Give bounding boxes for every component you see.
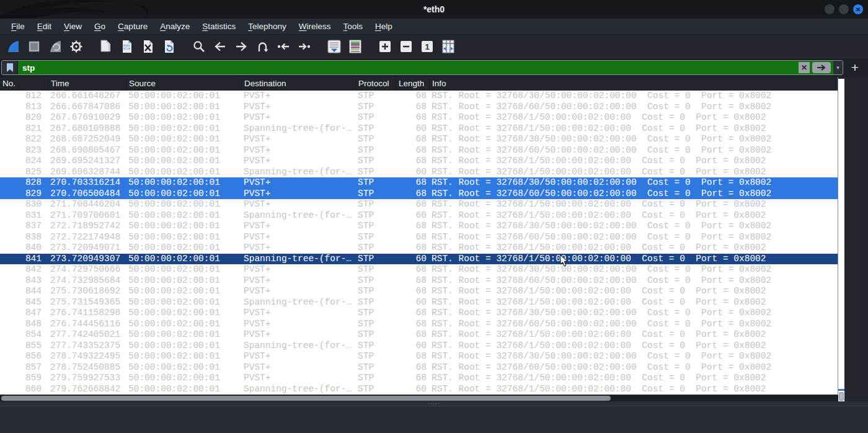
- cell-no: 829: [0, 189, 48, 200]
- packet-row-838[interactable]: 838272.72217494850:00:00:02:00:01PVST+ST…: [0, 232, 838, 243]
- go-forward-icon: [234, 39, 249, 54]
- svg-text:1: 1: [425, 42, 429, 51]
- menu-help[interactable]: Help: [369, 19, 399, 35]
- cell-dst: PVST+: [241, 91, 355, 102]
- packet-row-854[interactable]: 854277.74240502150:00:00:02:00:01PVST+ST…: [0, 329, 838, 341]
- cell-dst: PVST+: [241, 221, 355, 232]
- add-filter-button[interactable]: +: [847, 60, 863, 76]
- go-to-packet-button[interactable]: [253, 37, 272, 56]
- packet-row-825[interactable]: 825269.69632874450:00:00:02:00:01Spannin…: [0, 167, 838, 178]
- minimize-button[interactable]: [825, 4, 835, 14]
- packet-row-859[interactable]: 859279.75992753350:00:00:02:00:01PVST+ST…: [0, 373, 838, 384]
- vertical-scrollbar[interactable]: [838, 79, 844, 401]
- cell-dst: Spanning-tree-(for-…: [241, 210, 355, 221]
- packet-row-860[interactable]: 860279.76266884250:00:00:02:00:01Spannin…: [0, 384, 838, 395]
- open-file-button[interactable]: [97, 37, 115, 56]
- filter-bookmark-button[interactable]: [2, 61, 18, 74]
- zoom-in-button[interactable]: [376, 37, 394, 56]
- save-file-button[interactable]: 01010110: [118, 37, 136, 56]
- packet-row-823[interactable]: 823268.69080546750:00:00:02:00:01PVST+ST…: [0, 145, 838, 156]
- packet-row-856[interactable]: 856278.74932249550:00:00:02:00:01PVST+ST…: [0, 351, 838, 362]
- cell-info: RST. Root = 32768/30/50:00:00:02:00:00 C…: [429, 91, 838, 102]
- maximize-button[interactable]: [839, 4, 849, 14]
- resize-columns-button[interactable]: [439, 37, 458, 56]
- close-button[interactable]: ✕: [853, 4, 863, 14]
- column-header-length[interactable]: Length: [396, 77, 429, 91]
- menu-tools[interactable]: Tools: [337, 19, 370, 35]
- packet-row-855[interactable]: 855277.74335237550:00:00:02:00:01Spannin…: [0, 341, 838, 352]
- menu-view[interactable]: View: [58, 19, 88, 35]
- packet-row-842[interactable]: 842274.72975066650:00:00:02:00:01PVST+ST…: [0, 264, 838, 275]
- cell-info: RST. Root = 32768/1/50:00:00:02:00:00 Co…: [429, 243, 838, 254]
- column-header-info[interactable]: Info: [429, 77, 838, 91]
- column-header-source[interactable]: Source: [126, 77, 241, 91]
- find-packet-button[interactable]: [190, 37, 208, 56]
- column-header-time[interactable]: Time: [48, 77, 126, 91]
- cell-len: 68: [396, 221, 429, 232]
- menu-go[interactable]: Go: [88, 19, 112, 35]
- display-filter-input[interactable]: stp: [18, 61, 799, 74]
- column-header-no[interactable]: No.: [0, 77, 48, 91]
- zoom-out-button[interactable]: [397, 37, 415, 56]
- packet-row-829[interactable]: 829270.70650048450:00:00:02:00:01PVST+ST…: [0, 189, 838, 200]
- packet-row-845[interactable]: 845275.73154936550:00:00:02:00:01Spannin…: [0, 297, 838, 308]
- cell-len: 68: [396, 156, 429, 167]
- menu-statistics[interactable]: Statistics: [196, 19, 242, 35]
- stop-capture-button[interactable]: [25, 37, 43, 56]
- menu-capture[interactable]: Capture: [112, 19, 154, 35]
- filter-dropdown-button[interactable]: ▾: [833, 61, 843, 74]
- restart-capture-button[interactable]: [46, 37, 64, 56]
- cell-time: 275.730618692: [48, 286, 126, 297]
- packet-row-843[interactable]: 843274.73298568450:00:00:02:00:01PVST+ST…: [0, 275, 838, 287]
- go-first-button[interactable]: [274, 37, 293, 56]
- capture-options-button[interactable]: [67, 37, 86, 56]
- menu-file[interactable]: File: [5, 19, 31, 35]
- menu-wireless[interactable]: Wireless: [293, 19, 337, 35]
- colorize-button[interactable]: [346, 37, 365, 56]
- go-last-button[interactable]: [295, 37, 314, 56]
- go-forward-button[interactable]: [232, 37, 250, 56]
- horizontal-scrollbar-thumb[interactable]: [1, 396, 611, 401]
- reload-file-button[interactable]: [160, 37, 179, 56]
- cell-time: 277.742405021: [48, 329, 126, 341]
- packet-row-847[interactable]: 847276.74115829850:00:00:02:00:01PVST+ST…: [0, 308, 838, 319]
- column-header-destination[interactable]: Destination: [241, 77, 355, 91]
- cell-len: 68: [396, 319, 429, 330]
- menu-edit[interactable]: Edit: [31, 19, 58, 35]
- save-file-icon: 01010110: [120, 39, 135, 54]
- packet-row-831[interactable]: 831271.70970060150:00:00:02:00:01Spannin…: [0, 210, 838, 221]
- packet-row-841[interactable]: 841273.72094930750:00:00:02:00:01Spannin…: [0, 254, 838, 265]
- cell-time: 272.718952742: [48, 221, 126, 232]
- packet-row-820[interactable]: 820267.67691002950:00:00:02:00:01PVST+ST…: [0, 112, 838, 123]
- start-capture-button[interactable]: [4, 37, 22, 56]
- cell-len: 68: [396, 112, 429, 123]
- auto-scroll-button[interactable]: [325, 37, 343, 56]
- packet-row-813[interactable]: 813266.66784708650:00:00:02:00:01PVST+ST…: [0, 102, 838, 113]
- packet-row-857[interactable]: 857278.75245088550:00:00:02:00:01PVST+ST…: [0, 362, 838, 373]
- close-file-button[interactable]: [139, 37, 157, 56]
- packet-row-824[interactable]: 824269.69524132750:00:00:02:00:01PVST+ST…: [0, 156, 838, 167]
- vertical-scrollbar-thumb[interactable]: [839, 392, 844, 401]
- packet-row-837[interactable]: 837272.71895274250:00:00:02:00:01PVST+ST…: [0, 221, 838, 232]
- cell-no: 823: [0, 145, 48, 156]
- clear-filter-button[interactable]: ✕: [799, 62, 810, 73]
- column-header-protocol[interactable]: Protocol: [355, 77, 396, 91]
- packet-row-840[interactable]: 840273.72094907150:00:00:02:00:01PVST+ST…: [0, 243, 838, 254]
- cell-src: 50:00:00:02:00:01: [126, 243, 241, 254]
- packet-row-822[interactable]: 822268.68725204950:00:00:02:00:01PVST+ST…: [0, 134, 838, 145]
- packet-row-848[interactable]: 848276.74445611650:00:00:02:00:01PVST+ST…: [0, 319, 838, 330]
- go-back-button[interactable]: [211, 37, 229, 56]
- packet-row-821[interactable]: 821267.68010988850:00:00:02:00:01Spannin…: [0, 123, 838, 135]
- packet-row-828[interactable]: 828270.70331621450:00:00:02:00:01PVST+ST…: [0, 177, 838, 189]
- zoom-normal-button[interactable]: 1: [418, 37, 436, 56]
- cell-proto: STP: [355, 254, 396, 265]
- menu-analyze[interactable]: Analyze: [154, 19, 196, 35]
- packet-row-812[interactable]: 812266.66164826750:00:00:02:00:01PVST+ST…: [0, 91, 838, 102]
- menu-telephony[interactable]: Telephony: [242, 19, 293, 35]
- horizontal-scrollbar[interactable]: [0, 395, 838, 401]
- packet-row-830[interactable]: 830271.70844620450:00:00:02:00:01PVST+ST…: [0, 199, 838, 210]
- pane-splitter[interactable]: ·····: [0, 401, 868, 406]
- apply-filter-button[interactable]: [812, 62, 831, 73]
- packet-row-844[interactable]: 844275.73061869250:00:00:02:00:01PVST+ST…: [0, 286, 838, 297]
- reload-file-icon: [162, 39, 177, 54]
